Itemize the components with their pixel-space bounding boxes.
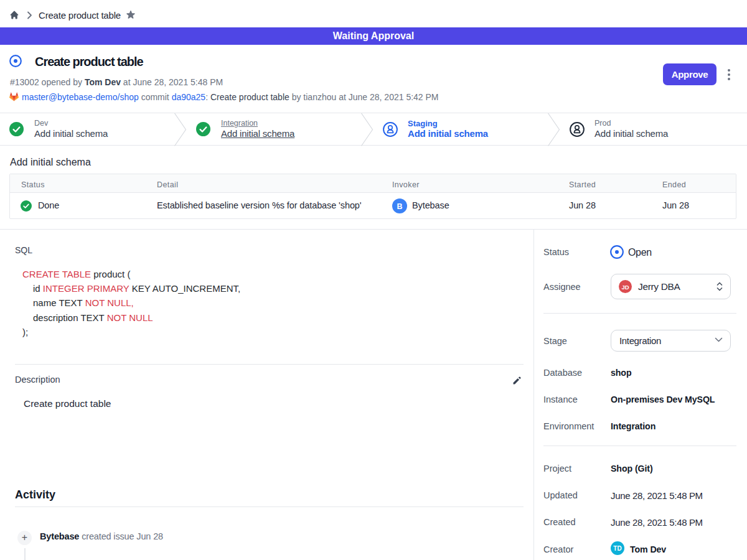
- svg-text:B: B: [397, 202, 402, 211]
- svg-text:TD: TD: [613, 545, 621, 552]
- svg-text:JD: JD: [621, 284, 629, 291]
